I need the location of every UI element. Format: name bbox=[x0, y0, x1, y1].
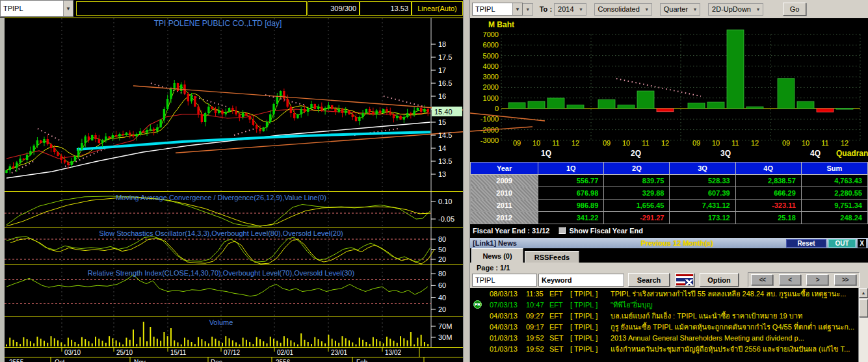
news-item[interactable]: 04/03/1309:27EFT[ TPIPL ]บล.เมย์แบงก์ กิ… bbox=[470, 310, 868, 321]
chevron-down-icon[interactable]: ▼ bbox=[577, 7, 586, 12]
symbol-combo[interactable]: TPIPL ▼ bbox=[0, 0, 73, 17]
svg-text:10: 10 bbox=[802, 139, 809, 147]
option-button[interactable]: Option bbox=[700, 273, 739, 287]
left-edge-strip[interactable] bbox=[0, 18, 5, 362]
svg-text:15/11: 15/11 bbox=[170, 349, 187, 356]
reset-button[interactable]: Reset bbox=[786, 239, 826, 248]
go-button[interactable]: Go bbox=[783, 3, 806, 16]
show-fiscal-checkbox[interactable] bbox=[559, 227, 566, 234]
close-icon[interactable]: X bbox=[858, 239, 866, 248]
news-item[interactable]: 01/03/1319:52SET[ TPIPL ]แจ้งกำหนดวันประ… bbox=[470, 343, 868, 354]
scale-mode-button[interactable]: Linear(Auto) bbox=[412, 1, 463, 16]
news-item[interactable]: 01/03/1319:52SET[ TPIPL ]2013 Annual Gen… bbox=[470, 332, 868, 343]
svg-text:12: 12 bbox=[572, 139, 579, 147]
fiscal-year-bar: Fiscal Year End : 31/12 Show Fiscal Year… bbox=[470, 224, 868, 237]
news-controls: Search Option << < > >> bbox=[470, 272, 868, 288]
column-header-year[interactable]: Year bbox=[471, 162, 538, 175]
column-header-1q[interactable]: 1Q bbox=[538, 162, 604, 175]
svg-text:Moving Average Convergence / D: Moving Average Convergence / Divergence(… bbox=[116, 194, 326, 201]
news-symbol-input[interactable] bbox=[472, 274, 537, 287]
svg-text:14.5: 14.5 bbox=[438, 131, 452, 139]
language-flag-button[interactable] bbox=[675, 273, 694, 287]
svg-text:2Q: 2Q bbox=[631, 149, 641, 158]
news-tab-strip: News (0) RSSFeeds bbox=[470, 248, 868, 263]
prev-page-button[interactable]: < bbox=[779, 274, 801, 285]
quadrant-symbol-combo[interactable]: TPIPL ▼ bbox=[472, 3, 523, 16]
news-src: EFT bbox=[549, 312, 570, 320]
column-header-4q[interactable]: 4Q bbox=[735, 162, 801, 175]
svg-text:80: 80 bbox=[438, 270, 446, 278]
news-keyword-input[interactable] bbox=[538, 274, 624, 287]
news-time: 09:27 bbox=[526, 312, 549, 320]
table-row[interactable]: 2010676.98329.88607.39666.292,280.55 bbox=[471, 187, 868, 200]
news-text: 2013 Annual General Shareholders Meeting… bbox=[611, 334, 868, 342]
svg-text:0.10: 0.10 bbox=[438, 198, 452, 205]
news-scrollbar[interactable]: ▲ bbox=[858, 288, 868, 362]
news-time: 19:52 bbox=[526, 334, 549, 342]
svg-text:30M: 30M bbox=[438, 333, 452, 341]
tab-rssfeeds[interactable]: RSSFeeds bbox=[525, 251, 579, 263]
quadrant-label: Quadrant bbox=[836, 149, 868, 158]
period-select[interactable]: Quarter▼ bbox=[660, 3, 700, 16]
svg-text:-0.05: -0.05 bbox=[438, 215, 454, 223]
svg-text:20: 20 bbox=[438, 305, 446, 313]
chevron-down-icon[interactable]: ▼ bbox=[690, 7, 700, 12]
svg-text:10: 10 bbox=[533, 139, 540, 147]
news-item[interactable]: 04/03/1309:17EFT[ TPIPL ]กูรู ยังแนะซื้อ… bbox=[470, 321, 868, 332]
news-text: กูรู ยังแนะซื้อ TPIPL แม้คาดหุ้นจะถูกกดด… bbox=[611, 321, 868, 332]
svg-text:11: 11 bbox=[821, 139, 828, 147]
svg-text:80: 80 bbox=[438, 235, 446, 243]
column-header-3q[interactable]: 3Q bbox=[670, 162, 735, 175]
svg-text:09: 09 bbox=[513, 139, 521, 147]
news-date: 07/03/13 bbox=[490, 301, 526, 309]
panel-divider[interactable] bbox=[463, 0, 470, 362]
column-header-sum[interactable]: Sum bbox=[801, 162, 867, 175]
to-year-select[interactable]: 2014▼ bbox=[554, 3, 586, 16]
first-page-button[interactable]: << bbox=[751, 274, 773, 285]
news-item[interactable]: PR07/03/1310:47EFT[ TPIPL ]"ทีพีไอ"อิ่มบ… bbox=[470, 299, 868, 310]
table-row[interactable]: 2012341.22-291.27173.1225.18248.24 bbox=[471, 212, 868, 224]
news-date: 01/03/13 bbox=[490, 345, 526, 353]
table-row[interactable]: 2011986.891,656.457,431.12-323.119,751.3… bbox=[471, 200, 868, 212]
value-cell: 248.24 bbox=[801, 212, 867, 224]
svg-text:10: 10 bbox=[622, 139, 630, 147]
quarterly-table: Year1Q2Q3Q4QSum2009556.77839.75528.332,8… bbox=[470, 162, 868, 224]
tab-news[interactable]: News (0) bbox=[471, 248, 523, 263]
news-titlebar: [Link1] News Previous 12 Month(s) Reset … bbox=[470, 238, 868, 248]
svg-text:Dec: Dec bbox=[211, 359, 222, 362]
scroll-up-arrow-icon[interactable]: ▲ bbox=[859, 288, 868, 298]
news-src: SET bbox=[549, 334, 570, 342]
svg-text:14: 14 bbox=[438, 144, 446, 152]
bar-chart-axis-title: M Baht bbox=[488, 20, 514, 29]
chevron-down-icon[interactable]: ▼ bbox=[63, 1, 73, 16]
news-sym: [ TPIPL ] bbox=[570, 323, 611, 331]
chevron-down-icon[interactable]: ▼ bbox=[523, 7, 533, 12]
last-page-button[interactable]: >> bbox=[834, 274, 856, 285]
svg-text:-1000: -1000 bbox=[480, 115, 499, 123]
search-button[interactable]: Search bbox=[628, 273, 670, 287]
thai-flag-icon bbox=[676, 274, 693, 285]
table-row[interactable]: 2009556.77839.75528.332,838.574,763.43 bbox=[471, 175, 868, 187]
chevron-down-icon[interactable]: ▼ bbox=[512, 3, 522, 15]
next-page-button[interactable]: > bbox=[806, 274, 828, 285]
news-src: EFT bbox=[549, 290, 570, 298]
column-header-2q[interactable]: 2Q bbox=[604, 162, 670, 175]
scrollbar-thumb[interactable] bbox=[859, 299, 868, 317]
svg-text:10: 10 bbox=[712, 139, 720, 147]
news-item[interactable]: 08/03/1311:35EFT[ TPIPL ]TPIPL ร่าเริงสว… bbox=[470, 288, 868, 299]
news-time: 09:17 bbox=[526, 323, 549, 331]
svg-text:12: 12 bbox=[841, 139, 848, 147]
news-date: 04/03/13 bbox=[490, 312, 526, 320]
chart-type-select[interactable]: 2D-UpDown▼ bbox=[708, 3, 763, 16]
consolidation-select[interactable]: Consolidated▼ bbox=[594, 3, 652, 16]
value-cell: 341.22 bbox=[538, 212, 604, 224]
chevron-down-icon[interactable]: ▼ bbox=[642, 7, 651, 12]
news-date: 08/03/13 bbox=[490, 290, 526, 298]
trading-workstation: TPIPL ▼ 309/300 13.53 Linear(Auto) TPI P… bbox=[0, 0, 868, 362]
year-cell: 2009 bbox=[471, 175, 538, 187]
out-button[interactable]: OUT bbox=[828, 239, 856, 248]
chevron-down-icon[interactable]: ▼ bbox=[754, 7, 763, 12]
quadrant-toolbar: TPIPL ▼ From : 2009▼ To : 2014▼ Consolid… bbox=[470, 0, 868, 18]
svg-text:11: 11 bbox=[552, 139, 559, 147]
news-sym: [ TPIPL ] bbox=[570, 334, 611, 342]
